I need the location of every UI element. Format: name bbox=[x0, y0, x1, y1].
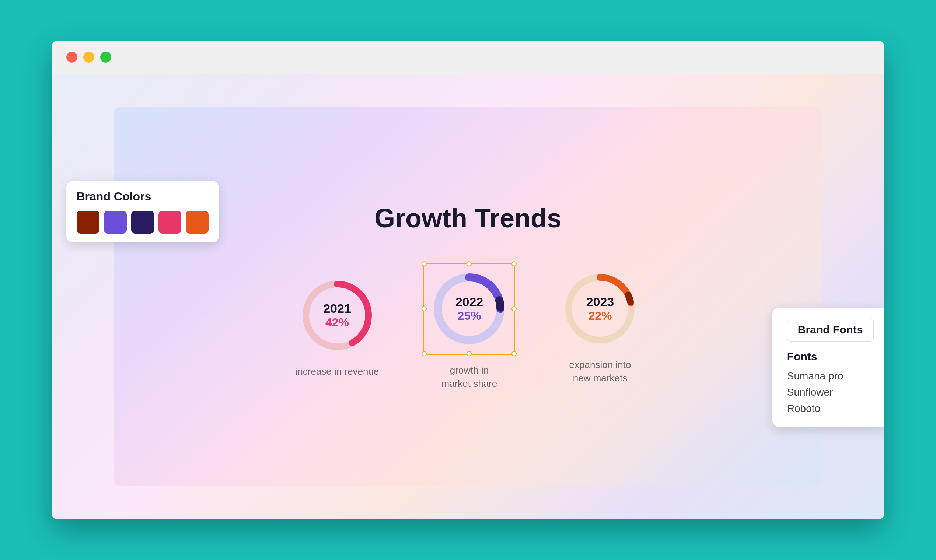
font-item-1: Sunflower bbox=[787, 384, 874, 400]
chart-label-2021: increase in revenue bbox=[296, 365, 379, 378]
font-item-2: Roboto bbox=[787, 400, 874, 417]
brand-colors-card: Brand Colors bbox=[66, 181, 219, 242]
title-bar bbox=[52, 40, 884, 74]
font-item-0: Sumana pro bbox=[787, 368, 874, 384]
swatch-dark-red[interactable] bbox=[77, 211, 100, 234]
close-button[interactable] bbox=[66, 52, 77, 63]
donut-2022: 2022 25% bbox=[429, 268, 510, 349]
donut-center-2022: 2022 25% bbox=[456, 295, 483, 323]
brand-colors-title: Brand Colors bbox=[77, 190, 209, 203]
minimize-button[interactable] bbox=[83, 52, 94, 63]
traffic-lights bbox=[66, 52, 111, 63]
donut-year-2023: 2023 bbox=[586, 295, 614, 309]
handle-bm[interactable] bbox=[466, 351, 472, 356]
maximize-button[interactable] bbox=[100, 52, 111, 63]
brand-fonts-card: Brand Fonts Fonts Sumana pro Sunflower R… bbox=[772, 308, 884, 427]
slide-area: Brand Colors Growth Trends bbox=[52, 74, 884, 520]
handle-bl[interactable] bbox=[422, 351, 427, 356]
donut-year-2021: 2021 bbox=[323, 302, 351, 316]
slide-title: Growth Trends bbox=[374, 203, 562, 233]
chart-label-2023: expansion intonew markets bbox=[570, 358, 631, 385]
fonts-header: Fonts bbox=[787, 350, 874, 363]
swatch-orange[interactable] bbox=[186, 211, 209, 234]
charts-row: 2021 42% increase in revenue bbox=[296, 263, 641, 391]
handle-tm[interactable] bbox=[466, 261, 472, 266]
handle-tr[interactable] bbox=[511, 261, 517, 266]
donut-pct-2023: 22% bbox=[586, 309, 614, 323]
chart-item-2021[interactable]: 2021 42% increase in revenue bbox=[296, 275, 379, 378]
donut-pct-2022: 25% bbox=[456, 309, 483, 323]
handle-br[interactable] bbox=[511, 351, 517, 356]
handle-ml[interactable] bbox=[422, 306, 427, 311]
browser-window: Brand Colors Growth Trends bbox=[52, 40, 884, 520]
chart-label-2022: growth inmarket share bbox=[442, 364, 497, 391]
donut-year-2022: 2022 bbox=[456, 295, 483, 309]
slide-inner: Brand Colors Growth Trends bbox=[114, 107, 822, 486]
handle-tl[interactable] bbox=[422, 261, 427, 266]
color-swatches bbox=[77, 211, 209, 234]
selection-box-2022: 2022 25% bbox=[423, 263, 515, 355]
donut-pct-2021: 42% bbox=[323, 316, 351, 329]
swatch-dark-purple[interactable] bbox=[131, 211, 154, 234]
brand-fonts-button[interactable]: Brand Fonts bbox=[787, 318, 874, 342]
donut-center-2021: 2021 42% bbox=[323, 302, 351, 329]
donut-2021: 2021 42% bbox=[297, 275, 378, 356]
chart-item-2022[interactable]: 2022 25% growth inmarket share bbox=[423, 263, 515, 391]
swatch-pink-red[interactable] bbox=[159, 211, 181, 234]
browser-content: Brand Colors Growth Trends bbox=[52, 74, 884, 520]
donut-2023: 2023 22% bbox=[559, 268, 640, 349]
handle-mr[interactable] bbox=[511, 306, 517, 311]
swatch-purple[interactable] bbox=[104, 211, 127, 234]
donut-center-2023: 2023 22% bbox=[586, 295, 614, 323]
chart-item-2023[interactable]: 2023 22% expansion intonew markets bbox=[559, 268, 640, 385]
